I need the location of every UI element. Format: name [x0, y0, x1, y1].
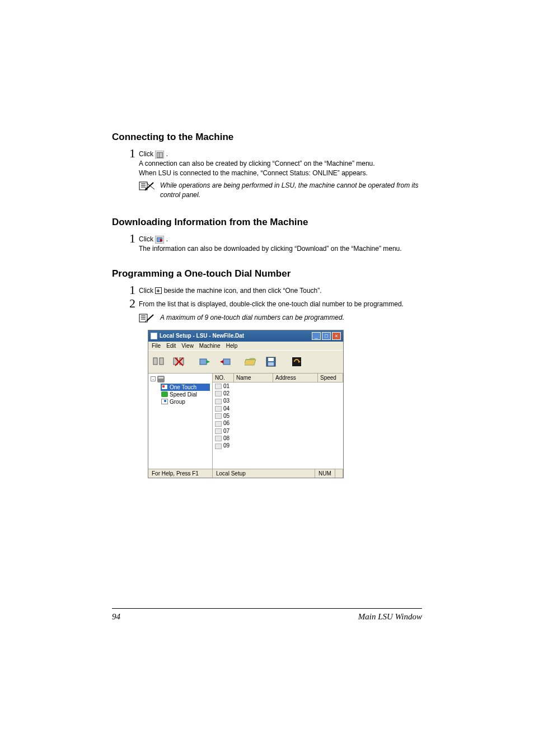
connect-icon: [155, 151, 164, 158]
file-icon: [215, 399, 222, 404]
svg-rect-19: [268, 358, 274, 361]
download-button[interactable]: [216, 353, 235, 371]
svg-marker-15: [207, 360, 210, 363]
tree-item-group[interactable]: Group: [161, 398, 210, 405]
text-fragment: Click: [139, 150, 155, 158]
menu-view[interactable]: View: [181, 343, 194, 349]
connect-button[interactable]: [149, 353, 168, 371]
menu-edit[interactable]: Edit: [166, 343, 176, 349]
text-fragment: Click: [139, 235, 155, 243]
step-text: From the list that is displayed, double-…: [139, 300, 422, 309]
list-row[interactable]: 01: [213, 382, 343, 390]
list-row[interactable]: 05: [213, 412, 343, 419]
minimize-button[interactable]: _: [312, 332, 321, 340]
collapse-icon[interactable]: -: [151, 376, 156, 381]
page-number: 94: [112, 612, 120, 622]
tree-label: Speed Dial: [170, 391, 197, 398]
file-icon: [215, 384, 222, 389]
step-number: 2: [123, 297, 135, 310]
col-name[interactable]: Name: [234, 374, 273, 382]
footer-title: Main LSU Window: [358, 612, 422, 622]
menu-help[interactable]: Help: [226, 343, 238, 349]
text-fragment: beside the machine icon, and then click …: [162, 287, 321, 295]
status-mode: Local Setup: [213, 469, 315, 478]
menu-bar[interactable]: File Edit View Machine Help: [148, 342, 343, 350]
window-title: Local Setup - LSU - NewFile.Dat: [160, 333, 244, 339]
close-button[interactable]: ×: [332, 332, 341, 340]
file-icon: [215, 391, 222, 396]
step-text: The information can also be downloaded b…: [139, 244, 422, 254]
note-text: While operations are being performed in …: [160, 181, 422, 200]
list-row[interactable]: 03: [213, 397, 343, 404]
file-icon: [215, 428, 222, 434]
svg-marker-17: [220, 360, 223, 363]
speeddial-icon: [161, 391, 168, 397]
sync-button[interactable]: [287, 353, 306, 371]
disconnect-button[interactable]: [170, 353, 189, 371]
list-panel: NO. Name Address Speed 01020304050607080…: [213, 374, 343, 469]
step-text: Click .: [139, 150, 422, 159]
expand-plus-icon: [155, 287, 162, 294]
file-icon: [215, 436, 222, 441]
list-row[interactable]: 04: [213, 405, 343, 412]
svg-rect-16: [223, 359, 230, 365]
lsu-window: Local Setup - LSU - NewFile.Dat _ □ × Fi…: [148, 330, 344, 478]
open-button[interactable]: [241, 353, 260, 371]
tree-item-speeddial[interactable]: Speed Dial: [161, 391, 210, 398]
download-icon: [155, 236, 164, 244]
heading-download: Downloading Information from the Machine: [112, 217, 422, 228]
note-text: A maximum of 9 one-touch dial numbers ca…: [160, 313, 344, 323]
svg-rect-20: [268, 362, 274, 366]
save-button[interactable]: [261, 353, 280, 371]
file-icon: [215, 406, 222, 412]
toolbar: [148, 350, 343, 374]
step-text: Click .: [139, 235, 422, 244]
list-row[interactable]: 02: [213, 390, 343, 397]
svg-rect-4: [139, 314, 147, 322]
step-text: Click beside the machine icon, and then …: [139, 286, 422, 296]
status-num: NUM: [315, 469, 335, 478]
step-number: 1: [123, 147, 135, 160]
heading-connect: Connecting to the Machine: [112, 132, 422, 143]
title-bar[interactable]: Local Setup - LSU - NewFile.Dat _ □ ×: [148, 330, 343, 342]
list-row[interactable]: 06: [213, 419, 343, 427]
file-icon: [215, 421, 222, 427]
note-icon: [139, 313, 156, 323]
text-fragment: .: [164, 150, 168, 158]
col-speed[interactable]: Speed: [318, 374, 343, 382]
step-text: A connection can also be created by clic…: [139, 159, 422, 169]
tree-root[interactable]: -: [151, 376, 210, 382]
list-row[interactable]: 07: [213, 427, 343, 435]
step-text: When LSU is connected to the machine, “C…: [139, 169, 422, 178]
onetouch-icon: [161, 384, 168, 390]
svg-rect-14: [200, 359, 207, 365]
printer-icon: [157, 376, 165, 382]
text-fragment: .: [164, 235, 168, 243]
step-number: 1: [123, 284, 135, 296]
tree-label: Group: [170, 399, 185, 405]
tree-panel: - One Touch Speed Dial Group: [148, 374, 213, 469]
app-icon: [151, 333, 157, 339]
status-bar: For Help, Press F1 Local Setup NUM: [148, 469, 343, 478]
file-icon: [215, 444, 222, 449]
menu-machine[interactable]: Machine: [199, 343, 221, 349]
col-address[interactable]: Address: [273, 374, 318, 382]
group-icon: [161, 399, 168, 404]
status-help: For Help, Press F1: [148, 469, 213, 478]
menu-file[interactable]: File: [152, 343, 161, 349]
file-icon: [215, 413, 222, 419]
list-row[interactable]: 08: [213, 435, 343, 442]
upload-button[interactable]: [195, 353, 214, 371]
svg-rect-8: [153, 358, 157, 365]
tree-label: One Touch: [170, 384, 196, 390]
note-icon: [139, 181, 156, 191]
list-row[interactable]: 09: [213, 442, 343, 449]
step-number: 1: [123, 232, 135, 245]
maximize-button[interactable]: □: [322, 332, 331, 340]
svg-rect-9: [160, 358, 163, 365]
tree-item-onetouch[interactable]: One Touch: [161, 384, 210, 391]
heading-onetouch: Programming a One-touch Dial Number: [112, 268, 422, 279]
text-fragment: Click: [139, 287, 155, 295]
col-no[interactable]: NO.: [213, 374, 234, 382]
list-header[interactable]: NO. Name Address Speed: [213, 374, 343, 382]
